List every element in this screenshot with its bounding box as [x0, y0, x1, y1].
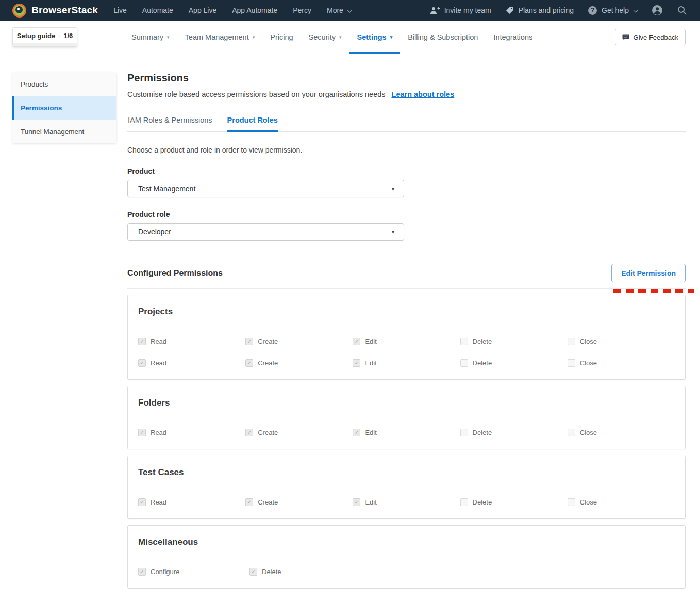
- permission-create: ✓Create: [245, 338, 353, 345]
- permission-card-projects: Projects✓Read✓Create✓EditDeleteClose✓Rea…: [127, 295, 686, 380]
- invite-label: Invite my team: [444, 6, 491, 14]
- topnav-link-app-live[interactable]: App Live: [189, 6, 216, 14]
- subnav-item-billing-subscription[interactable]: Billing & Subscription: [400, 21, 486, 54]
- permission-delete: Delete: [460, 359, 568, 367]
- help-question-icon: ?: [588, 6, 597, 15]
- checkbox-edit[interactable]: ✓: [353, 429, 360, 436]
- checkbox-delete[interactable]: [460, 338, 468, 345]
- edit-permission-button[interactable]: Edit Permission: [611, 264, 686, 282]
- checkbox-edit[interactable]: ✓: [353, 338, 360, 345]
- permission-read: ✓Read: [138, 429, 245, 436]
- subnav-item-team-management[interactable]: Team Management▾: [177, 21, 263, 54]
- checkbox-delete[interactable]: [460, 359, 468, 367]
- topnav-link-automate[interactable]: Automate: [142, 6, 173, 14]
- subnav-item-settings[interactable]: Settings▾: [349, 21, 400, 54]
- checkbox-label: Close: [580, 338, 597, 345]
- account-menu[interactable]: [652, 5, 663, 16]
- checkbox-close[interactable]: [568, 498, 575, 506]
- permission-card-title: Miscellaneous: [138, 537, 675, 547]
- subnav-item-label: Settings: [357, 33, 386, 41]
- chevron-down-icon: [633, 7, 638, 12]
- settings-content: ProductsPermissionsTunnel Management Per…: [0, 54, 700, 604]
- product-role-field-label: Product role: [127, 210, 686, 219]
- caret-down-icon: ▾: [253, 35, 255, 40]
- checkbox-delete[interactable]: [460, 429, 468, 436]
- subnav-item-label: Integrations: [493, 33, 532, 41]
- topnav-link-app-automate[interactable]: App Automate: [232, 6, 277, 14]
- section-divider: [127, 288, 686, 289]
- account-avatar-icon: [652, 5, 663, 16]
- permission-close: Close: [568, 429, 675, 436]
- settings-sidebar: ProductsPermissionsTunnel Management: [12, 72, 116, 143]
- sidebar-item-products[interactable]: Products: [12, 72, 116, 96]
- annotation-red-dashed-underline: [613, 289, 694, 293]
- checkbox-read[interactable]: ✓: [138, 498, 146, 506]
- feedback-bubble-icon: [622, 34, 629, 41]
- learn-about-roles-link[interactable]: Learn about roles: [392, 90, 455, 98]
- checkbox-create[interactable]: ✓: [245, 498, 253, 506]
- checkbox-read[interactable]: ✓: [138, 359, 146, 367]
- product-field-label: Product: [127, 167, 686, 175]
- checkbox-create[interactable]: ✓: [245, 359, 253, 367]
- topnav-more-menu[interactable]: More: [327, 6, 351, 14]
- tab-iam-roles-permissions[interactable]: IAM Roles & Permissions: [127, 111, 213, 131]
- checkbox-edit[interactable]: ✓: [353, 359, 360, 367]
- checkbox-label: Delete: [473, 338, 492, 345]
- setup-guide-widget[interactable]: Setup guide · 1/6: [12, 27, 77, 47]
- caret-down-icon: ▾: [392, 229, 394, 235]
- permission-close: Close: [568, 359, 675, 367]
- account-nav-tabs: Summary▾Team Management▾PricingSecurity▾…: [124, 21, 540, 54]
- product-role-select[interactable]: Developer ▾: [127, 223, 404, 241]
- checkbox-label: Read: [151, 429, 166, 436]
- browserstack-settings-page: BrowserStack LiveAutomateApp LiveApp Aut…: [0, 0, 700, 605]
- topnav-link-percy[interactable]: Percy: [293, 6, 311, 14]
- checkbox-label: Read: [151, 338, 166, 345]
- permission-row: ✓Read✓Create✓EditDeleteClose: [138, 498, 675, 506]
- subnav-item-label: Billing & Subscription: [408, 33, 478, 41]
- checkbox-read[interactable]: ✓: [138, 429, 146, 436]
- checkbox-read[interactable]: ✓: [138, 338, 146, 345]
- checkbox-close[interactable]: [568, 429, 575, 436]
- permission-read: ✓Read: [138, 338, 245, 345]
- checkbox-delete[interactable]: [460, 498, 468, 506]
- sidebar-item-permissions[interactable]: Permissions: [12, 96, 116, 120]
- checkbox-label: Delete: [473, 359, 492, 367]
- permission-delete: Delete: [460, 338, 568, 345]
- checkbox-label: Delete: [473, 429, 492, 436]
- plans-and-pricing-link[interactable]: Plans and pricing: [506, 6, 574, 14]
- subnav-item-pricing[interactable]: Pricing: [262, 21, 301, 54]
- product-role-select-value: Developer: [138, 228, 171, 236]
- product-select[interactable]: Test Management ▾: [127, 180, 404, 197]
- caret-down-icon: ▾: [390, 35, 393, 40]
- instruction-text: Choose a product and role in order to vi…: [127, 146, 686, 154]
- setup-guide-progress-track: [13, 43, 77, 46]
- checkbox-label: Configure: [151, 568, 179, 576]
- topnav-utilities: Invite my team Plans and pricing ? Get h…: [430, 5, 687, 16]
- search-button[interactable]: [677, 6, 687, 15]
- get-help-menu[interactable]: ? Get help: [588, 6, 637, 15]
- checkbox-label: Delete: [262, 568, 281, 576]
- page-subtitle: Customise role based access permissions …: [127, 90, 686, 98]
- permissions-tabs: IAM Roles & PermissionsProduct Roles: [127, 111, 686, 132]
- caret-down-icon: ▾: [339, 35, 342, 40]
- browserstack-logo-icon: [12, 4, 26, 18]
- subnav-item-summary[interactable]: Summary▾: [124, 21, 177, 54]
- invite-my-team-link[interactable]: Invite my team: [430, 6, 491, 14]
- permissions-panel: Permissions Customise role based access …: [127, 72, 686, 604]
- checkbox-configure[interactable]: ✓: [138, 568, 146, 576]
- sidebar-item-tunnel-management[interactable]: Tunnel Management: [12, 120, 116, 143]
- checkbox-close[interactable]: [568, 338, 575, 345]
- give-feedback-button[interactable]: Give Feedback: [615, 29, 686, 45]
- subnav-item-integrations[interactable]: Integrations: [486, 21, 540, 54]
- subnav-item-security[interactable]: Security▾: [301, 21, 349, 54]
- checkbox-edit[interactable]: ✓: [353, 498, 360, 506]
- tab-product-roles[interactable]: Product Roles: [227, 111, 278, 132]
- checkbox-create[interactable]: ✓: [245, 338, 253, 345]
- browserstack-logo[interactable]: BrowserStack: [12, 4, 98, 18]
- checkbox-delete[interactable]: ✓: [249, 568, 257, 576]
- permission-read: ✓Read: [138, 498, 245, 506]
- subnav-item-label: Pricing: [270, 33, 293, 41]
- topnav-link-live[interactable]: Live: [113, 6, 127, 14]
- checkbox-close[interactable]: [568, 359, 575, 367]
- checkbox-create[interactable]: ✓: [245, 429, 253, 436]
